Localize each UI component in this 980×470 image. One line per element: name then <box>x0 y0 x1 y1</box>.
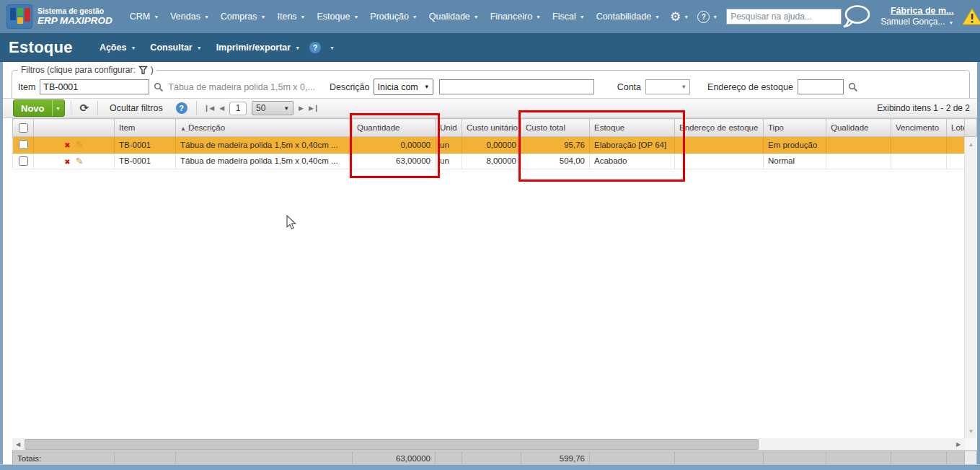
help-menu[interactable]: ?▼ <box>693 11 722 23</box>
scroll-right-icon[interactable]: ▶ <box>953 438 964 451</box>
col-custo-total[interactable]: Custo total <box>521 119 590 137</box>
col-tipo[interactable]: Tipo <box>764 119 826 137</box>
horizontal-scrollbar[interactable]: ◀ ▶ <box>12 438 964 451</box>
conta-select[interactable]: ▼ <box>645 79 690 94</box>
topbar-menu-contabilidade[interactable]: Contabilidade▼ <box>591 7 666 26</box>
item-filter-input[interactable] <box>40 79 149 94</box>
select-all-checkbox[interactable] <box>19 123 28 133</box>
next-page-icon[interactable]: ▶ <box>299 105 304 112</box>
last-page-icon[interactable]: ▶❙ <box>309 105 319 112</box>
actions-header <box>34 119 115 137</box>
chevron-down-icon: ▼ <box>655 14 660 19</box>
refresh-icon[interactable]: ⟳ <box>77 102 92 115</box>
company-link[interactable]: Fábrica de m... <box>880 5 953 17</box>
col-qualidade[interactable]: Qualidade <box>826 119 891 137</box>
topbar-menu-itens[interactable]: Itens▼ <box>271 7 311 26</box>
col-lote[interactable]: Lote <box>947 119 965 137</box>
page-size-select[interactable]: 50▼ <box>252 101 293 115</box>
app-logo-icon[interactable] <box>7 5 32 28</box>
page-nav: Ações▼ Consultar▼ Imprimir/exportar▼ ? ▼ <box>93 39 339 56</box>
col-unid[interactable]: Unid <box>436 119 462 137</box>
topbar-menu-compras[interactable]: Compras▼ <box>215 7 272 26</box>
cell-custo-total: 95,76 <box>521 137 590 153</box>
col-quantidade[interactable]: Quantidade <box>353 119 436 137</box>
settings-menu[interactable]: ⚙▼ <box>666 11 693 23</box>
col-descricao[interactable]: ▲Descrição <box>176 119 353 137</box>
cell-item: TB-0001 <box>115 153 176 169</box>
search-icon[interactable] <box>848 82 858 92</box>
filters-fieldset: Filtros (clique para configurar: ) Item … <box>12 65 970 101</box>
cell-lote <box>947 153 965 169</box>
row-checkbox[interactable] <box>19 156 28 166</box>
topbar-menu-qualidade[interactable]: Qualidade▼ <box>423 7 485 26</box>
delete-icon[interactable]: ✖ <box>64 158 70 166</box>
chevron-down-icon: ▼ <box>353 14 358 19</box>
frame-right <box>977 62 980 470</box>
prev-page-icon[interactable]: ◀ <box>219 105 224 112</box>
chevron-down-icon: ▼ <box>261 14 266 19</box>
filters-row: Item Tábua de madeira polida 1,5m x 0,..… <box>18 79 963 95</box>
grid-body: ✖✎ TB-0001 Tábua de madeira polida 1,5m … <box>12 137 965 169</box>
chevron-down-icon[interactable]: ▼ <box>325 45 339 50</box>
grid-toolbar: Novo ▼ ⟳ Ocultar filtros ? ❙◀ ◀ 1 50▼ ▶ … <box>3 98 977 118</box>
cell-vencimento <box>891 153 947 169</box>
page-number-input[interactable]: 1 <box>229 102 247 115</box>
cell-tipo: Em produção <box>764 137 826 153</box>
col-endereco[interactable]: Endereço de estoque <box>675 119 764 137</box>
new-button-dropdown[interactable]: ▼ <box>52 100 64 116</box>
row-actions: ✖✎ <box>34 153 115 169</box>
cell-item: TB-0001 <box>115 137 176 153</box>
chevron-down-icon: ▼ <box>204 14 209 19</box>
filters-legend[interactable]: Filtros (clique para configurar: ) <box>18 65 156 75</box>
topbar-menu-crm[interactable]: CRM▼ <box>124 7 164 26</box>
topbar-menu-vendas[interactable]: Vendas▼ <box>164 7 215 26</box>
scroll-left-icon[interactable]: ◀ <box>12 438 24 451</box>
topbar-menu-estoque[interactable]: Estoque▼ <box>312 7 365 26</box>
edit-pencil-icon[interactable]: ✎ <box>76 156 84 167</box>
cell-estoque: Acabado <box>590 153 675 169</box>
horizontal-scrollbar-thumb[interactable] <box>25 439 759 450</box>
separator <box>97 101 98 115</box>
row-checkbox[interactable] <box>19 140 28 149</box>
topbar-menu-producao[interactable]: Produção▼ <box>364 7 423 26</box>
topbar-menu-financeiro[interactable]: Financeiro▼ <box>485 7 547 26</box>
page-help-icon[interactable]: ? <box>309 42 321 53</box>
vertical-scrollbar[interactable]: ▲ ▼ <box>964 137 976 438</box>
hide-filters-button[interactable]: Ocultar filtros <box>104 102 169 115</box>
conta-label: Conta <box>617 82 641 92</box>
help-search-input[interactable] <box>726 9 842 25</box>
warning-icon[interactable] <box>962 7 980 26</box>
descricao-filter-input[interactable] <box>439 79 594 94</box>
menu-imprimir-exportar[interactable]: Imprimir/exportar▼ <box>210 39 306 56</box>
delete-icon[interactable]: ✖ <box>64 141 70 149</box>
cell-qualidade <box>826 137 891 153</box>
brand-title: ERP MAXIPROD <box>37 15 112 27</box>
cell-qualidade <box>826 153 891 169</box>
endereco-filter-input[interactable] <box>798 79 844 94</box>
chevron-down-icon: ▼ <box>131 45 136 50</box>
search-icon[interactable] <box>154 82 164 92</box>
col-item[interactable]: Item <box>115 119 176 137</box>
endereco-label: Endereço de estoque <box>707 82 793 92</box>
topbar-menu-fiscal[interactable]: Fiscal▼ <box>547 7 591 26</box>
menu-consultar[interactable]: Consultar▼ <box>144 39 208 56</box>
edit-pencil-icon[interactable]: ✎ <box>76 139 84 150</box>
col-custo-unitario[interactable]: Custo unitário <box>462 119 521 137</box>
chat-bubble-icon[interactable] <box>842 4 872 29</box>
help-icon: ? <box>697 11 710 23</box>
toolbar-help-icon[interactable]: ? <box>176 102 187 114</box>
table-row[interactable]: ✖✎ TB-0001 Tábua de madeira polida 1,5m … <box>13 137 965 153</box>
table-row[interactable]: ✖✎ TB-0001 Tábua de madeira polida 1,5m … <box>13 153 965 169</box>
col-vencimento[interactable]: Vencimento <box>891 119 947 137</box>
chevron-down-icon: ▼ <box>580 14 585 19</box>
cell-descricao: Tábua de madeira polida 1,5m x 0,40cm ..… <box>176 137 353 153</box>
new-button[interactable]: Novo ▼ <box>13 99 65 117</box>
menu-acoes[interactable]: Ações▼ <box>93 39 142 56</box>
first-page-icon[interactable]: ❙◀ <box>204 105 214 112</box>
col-estoque[interactable]: Estoque <box>590 119 675 137</box>
chevron-down-icon: ▼ <box>681 84 687 90</box>
scroll-up-icon[interactable]: ▲ <box>965 138 977 150</box>
user-menu[interactable]: Samuel Gonça...▼ <box>880 17 953 28</box>
descricao-operator-select[interactable]: Inicia com▼ <box>374 79 433 95</box>
scroll-down-icon[interactable]: ▼ <box>965 425 977 437</box>
